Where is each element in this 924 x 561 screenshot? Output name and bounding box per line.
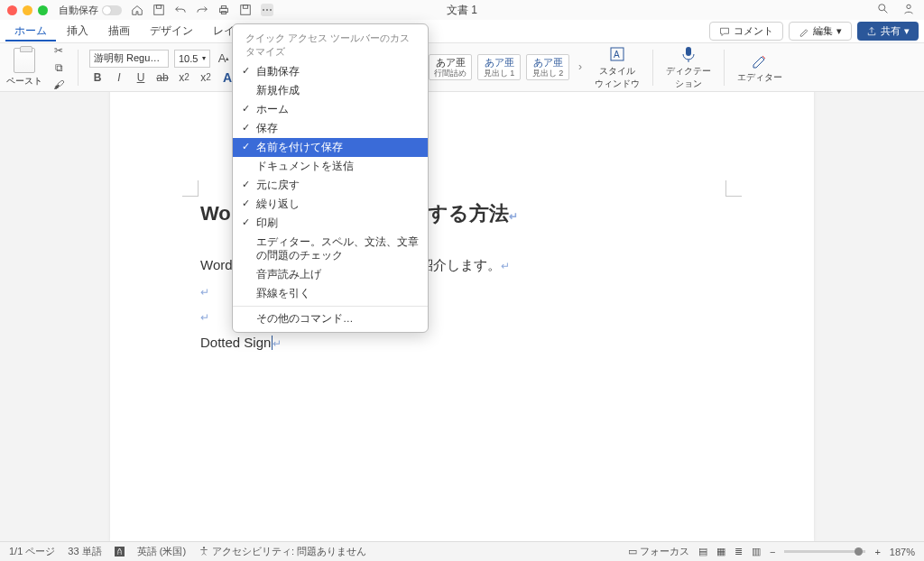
accessibility-status[interactable]: アクセシビリティ: 問題ありません (199, 545, 366, 558)
font-size-select[interactable]: 10.5 ▾ (174, 50, 210, 68)
spellcheck-icon[interactable]: 🅰 (115, 547, 125, 557)
view-web-icon[interactable]: ▦ (716, 546, 725, 557)
zoom-out-button[interactable]: − (770, 547, 775, 557)
zoom-in-button[interactable]: + (874, 547, 880, 557)
tab-home[interactable]: ホーム (5, 21, 56, 41)
font-size-value: 10.5 (179, 53, 198, 64)
editor-label: エディター (735, 71, 784, 84)
menu-item[interactable]: ドキュメントを送信 (233, 157, 428, 176)
paste-button[interactable]: ペースト (5, 48, 43, 87)
overflow-icon[interactable]: ⋯ (261, 4, 273, 16)
chevron-down-icon: ▾ (836, 25, 842, 37)
styles-pane-button[interactable]: A スタイル ウィンドウ (593, 45, 642, 90)
quick-access-toolbar: ⋯ (131, 4, 273, 16)
ribbon-tabs: ホーム 挿入 描画 デザイン レイアウト 参照設 コメント 編集 ▾ 共有 ▾ (0, 20, 924, 43)
switch-off-icon[interactable] (102, 5, 122, 15)
font-family-value: 游明朝 Regu… (94, 51, 160, 65)
pencil-icon (799, 26, 809, 37)
menu-item[interactable]: 罫線を引く (233, 284, 428, 303)
editing-mode-button[interactable]: 編集 ▾ (789, 22, 852, 41)
undo-icon[interactable] (174, 4, 187, 16)
comments-button[interactable]: コメント (709, 22, 783, 41)
save-as-icon[interactable] (239, 4, 252, 16)
view-print-icon[interactable]: ▤ (698, 546, 707, 557)
print-icon[interactable] (217, 4, 230, 16)
save-icon[interactable] (152, 4, 165, 16)
style-heading1[interactable]: あア亜見出し 1 (477, 54, 521, 81)
menu-item[interactable]: 印刷 (233, 214, 428, 233)
paragraph-text: Dotted Sign (200, 335, 271, 350)
paste-label: ペースト (5, 75, 43, 87)
zoom-level[interactable]: 187% (890, 547, 915, 557)
menu-item[interactable]: 名前を付けて保存 (233, 138, 428, 157)
document-canvas[interactable]: Word で契約書を PDF 化する方法↵ Word で契約書を PDF 化する… (0, 92, 924, 541)
editor-button[interactable]: エディター (735, 51, 784, 84)
share-icon (866, 26, 877, 37)
menu-item-more-commands[interactable]: その他のコマンド… (233, 309, 428, 328)
margin-corner-icon (182, 180, 199, 197)
svg-point-12 (203, 547, 205, 548)
search-icon[interactable] (877, 3, 890, 18)
comment-icon (719, 26, 730, 37)
page-count[interactable]: 1/1 ページ (9, 545, 55, 558)
page[interactable]: Word で契約書を PDF 化する方法↵ Word で契約書を PDF 化する… (110, 92, 814, 541)
superscript-icon[interactable]: x2 (198, 69, 214, 86)
menu-item[interactable]: 繰り返し (233, 195, 428, 214)
paragraph-mark-icon: ↵ (501, 260, 510, 272)
menu-item[interactable]: 音声読み上げ (233, 265, 428, 284)
document-title: 文書 1 (447, 3, 477, 18)
format-painter-icon[interactable]: 🖌 (51, 77, 67, 93)
close-window-icon[interactable] (7, 5, 17, 15)
share-button[interactable]: 共有 ▾ (857, 22, 919, 41)
tab-draw[interactable]: 描画 (99, 21, 139, 41)
italic-icon[interactable]: I (111, 69, 127, 86)
ribbon-toolbar: ペースト ✂ ⧉ 🖌 游明朝 Regu… 10.5 ▾ A▴ A▾ Aa A B… (0, 43, 924, 92)
style-nospacing[interactable]: あア亜行間詰め (429, 54, 472, 81)
menu-item[interactable]: 保存 (233, 119, 428, 138)
zoom-slider[interactable] (784, 550, 865, 553)
chevron-right-icon[interactable]: › (575, 60, 586, 73)
chevron-down-icon: ▾ (202, 54, 206, 62)
focus-mode-button[interactable]: ▭ フォーカス (628, 545, 689, 558)
autosave-toggle[interactable]: 自動保存 (59, 4, 122, 17)
minimize-window-icon[interactable] (23, 5, 32, 15)
editor-icon (751, 51, 769, 69)
style-heading2[interactable]: あア亜見出し 2 (526, 54, 569, 81)
subscript-icon[interactable]: x2 (176, 69, 192, 86)
home-icon[interactable] (131, 4, 143, 16)
menu-item[interactable]: 自動保存 (233, 62, 428, 81)
copy-icon[interactable]: ⧉ (51, 60, 67, 76)
cut-icon[interactable]: ✂ (51, 42, 67, 59)
comments-label: コメント (734, 24, 773, 38)
autosave-label: 自動保存 (59, 4, 98, 17)
svg-point-8 (907, 5, 910, 8)
clipboard-icon (14, 48, 35, 73)
paragraph-mark-icon: ↵ (509, 210, 518, 223)
menu-item[interactable]: エディター。スペル、文法、文章の問題のチェック (233, 233, 428, 265)
editing-label: 編集 (813, 24, 833, 38)
language-status[interactable]: 英語 (米国) (137, 545, 186, 558)
paragraph-mark-icon: ↵ (273, 337, 282, 350)
strikethrough-icon[interactable]: ab (154, 69, 171, 86)
status-bar: 1/1 ページ 33 単語 🅰 英語 (米国) アクセシビリティ: 問題ありませ… (0, 541, 924, 561)
dictation-button[interactable]: ディクテーション (664, 45, 713, 90)
tab-insert[interactable]: 挿入 (58, 21, 97, 41)
font-family-select[interactable]: 游明朝 Regu… (89, 50, 169, 68)
window-controls[interactable] (7, 5, 48, 15)
tab-design[interactable]: デザイン (141, 21, 202, 41)
bold-icon[interactable]: B (89, 69, 106, 86)
word-count[interactable]: 33 単語 (68, 545, 101, 558)
menu-item[interactable]: 元に戻す (233, 176, 428, 195)
grow-font-icon[interactable]: A▴ (216, 51, 232, 67)
maximize-window-icon[interactable] (38, 5, 48, 15)
svg-rect-0 (154, 5, 164, 15)
view-read-icon[interactable]: ▥ (752, 546, 761, 557)
account-icon[interactable] (902, 3, 915, 18)
svg-rect-11 (686, 47, 691, 56)
svg-rect-1 (156, 5, 161, 9)
underline-icon[interactable]: U (133, 69, 149, 86)
view-outline-icon[interactable]: ≣ (735, 546, 743, 557)
menu-item[interactable]: 新規作成 (233, 81, 428, 100)
menu-item[interactable]: ホーム (233, 100, 428, 119)
redo-icon[interactable] (196, 4, 208, 16)
